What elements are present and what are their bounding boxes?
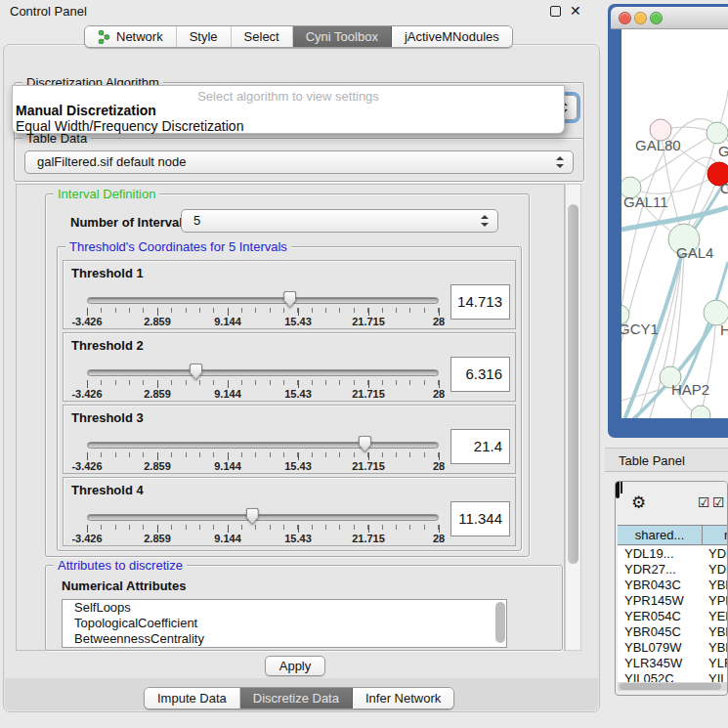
tab-network[interactable]: Network [85,26,177,47]
dropdown-option-manual-discretization[interactable]: Manual Discretization [16,103,561,118]
table-cell: YDL1 [703,546,727,562]
slider-major-ticks [87,525,439,533]
tick-label: 15.43 [284,388,312,400]
tab-jactivemnodules[interactable]: jActiveMNodules [392,26,512,47]
column-header-shared-name[interactable]: shared... [618,526,703,544]
checkbox-checked-icon[interactable]: ☑ [698,494,710,510]
checkbox-checked-icon[interactable]: ☑ [712,494,725,510]
tab-infer-network[interactable]: Infer Network [353,688,453,708]
node-label: C [720,180,728,196]
table-row[interactable]: YPR145WYPR1 [618,593,727,609]
node-label: GAL11 [623,193,668,210]
slider-track[interactable] [87,514,439,521]
close-traffic-light-icon[interactable] [619,12,631,24]
tab-infer-network-label: Infer Network [365,691,441,706]
threshold-1-value[interactable]: 14.713 [450,284,510,320]
table-cell: YLR345W [618,656,703,671]
minimize-traffic-light-icon[interactable] [634,12,647,24]
list-items-container: SelfLoopsTopologicalCoefficientBetweenne… [63,600,506,647]
table-data-group: Table Data galFiltered.sif default node [14,138,584,182]
slider-track[interactable] [87,442,439,449]
node-label: GAL80 [635,137,681,153]
slider-thumb[interactable] [190,364,202,380]
table-toolbar: ⚙ ☑ ☑ [616,482,727,524]
slider-thumb[interactable] [359,436,371,452]
tick-label: 2.859 [144,533,171,544]
number-of-intervals-value: 5 [193,210,200,232]
tick-label: 15.43 [284,316,312,327]
node-label: G [718,143,728,159]
scrollbar-thumb[interactable] [620,683,721,690]
node-bottom[interactable] [691,406,710,418]
table-row[interactable]: YDL19...YDL1 [618,546,727,562]
table-cell: YPR1 [703,593,727,609]
threshold-3-slider[interactable]: -3.4262.8599.14415.4321.71528 [87,406,439,475]
tick-label: 2.859 [144,316,171,327]
network-view-window[interactable]: GAL80GCGAL11GAL4GCY1HHAP2 [608,4,728,438]
list-item[interactable]: SelfLoops [63,600,506,616]
dropdown-option-equal-width-frequency[interactable]: Equal Width/Frequency Discretization [16,118,561,134]
combo-stepper-icon [556,156,564,168]
table-data-combobox[interactable]: galFiltered.sif default node [24,150,574,174]
tab-style[interactable]: Style [177,26,232,47]
network-canvas[interactable]: GAL80GCGAL11GAL4GCY1HHAP2 [621,29,728,418]
node-label: HAP2 [671,381,709,398]
table-cell: YBR045C [618,624,703,640]
apply-button[interactable]: Apply [265,656,325,676]
table-cell: YPR145W [618,593,703,609]
threshold-4-slider[interactable]: -3.4262.8599.14415.4321.71528 [87,478,439,547]
table-row[interactable]: YBL079WYBL0 [618,640,727,656]
threshold-2-value[interactable]: 6.316 [450,357,510,392]
numerical-attributes-list[interactable]: SelfLoopsTopologicalCoefficientBetweenne… [62,599,507,648]
tick-label: -3.426 [71,388,102,400]
slider-scale-labels: -3.4262.8599.14415.4321.71528 [87,316,439,327]
tab-discretize-data[interactable]: Discretize Data [240,688,353,708]
settings-vertical-scrollbar[interactable] [565,184,581,651]
top-tab-bar: Network Style Select Cyni Toolbox jActiv… [84,25,513,48]
table-cell: YBL079W [618,640,703,656]
control-panel-titlebar: Control Panel ✕ [0,0,603,21]
control-panel-title: Control Panel [10,4,87,19]
tick-label: 15.43 [284,460,312,472]
tab-select[interactable]: Select [232,26,293,47]
number-of-intervals-label: Number of Intervals [70,215,190,230]
attributes-group-title: Attributes to discretize [54,558,187,573]
table-cell: YIL052C [618,671,703,682]
table-horizontal-scrollbar[interactable] [618,682,727,691]
tab-impute-data-label: Impute Data [157,691,227,706]
slider-track[interactable] [87,369,439,376]
numerical-attributes-label: Numerical Attributes [62,578,186,593]
table-row[interactable]: YLR345WYLR3 [618,656,727,671]
list-item[interactable]: BetweennessCentrality [63,631,506,647]
table-row[interactable]: YBR043CYBR0 [618,578,727,593]
table-cell: YER054C [618,609,703,624]
tab-impute-data[interactable]: Impute Data [145,688,240,708]
list-scrollbar[interactable] [495,602,505,645]
column-layout-icon[interactable] [616,481,620,498]
threshold-2-slider[interactable]: -3.4262.8599.14415.4321.71528 [87,333,439,403]
table-row[interactable]: YER054CYER0 [618,609,727,624]
slider-thumb[interactable] [283,291,296,308]
table-row[interactable]: YBR045CYBR0 [618,624,727,640]
scrollbar-thumb[interactable] [568,204,578,564]
network-window-titlebar[interactable] [611,7,728,29]
table-row[interactable]: YIL052CYIL0 [618,671,727,682]
node-top-right[interactable] [707,122,728,144]
threshold-4-value[interactable]: 11.344 [450,501,510,536]
threshold-1-slider[interactable]: -3.4262.8599.14415.4321.71528 [87,261,439,330]
tab-cyni-toolbox[interactable]: Cyni Toolbox [293,26,392,47]
column-header-name[interactable]: n [703,526,727,544]
list-item[interactable]: TopologicalCoefficient [63,616,506,631]
gear-icon[interactable]: ⚙ [631,492,646,512]
number-of-intervals-spinner[interactable]: 5 [181,209,498,233]
float-window-icon[interactable] [550,6,561,17]
node-table: ⚙ ☑ ☑ shared... n YDL19...YDL1YDR27...YD… [615,481,728,696]
close-icon[interactable]: ✕ [570,3,581,19]
tab-jactivemnodules-label: jActiveMNodules [405,29,499,44]
threshold-3-value[interactable]: 21.4 [450,429,510,464]
scrollbar-thumb[interactable] [495,602,505,643]
slider-thumb[interactable] [246,508,259,525]
table-row[interactable]: YDR27...YDR2 [618,562,727,578]
slider-track[interactable] [87,297,439,304]
zoom-traffic-light-icon[interactable] [650,12,663,24]
